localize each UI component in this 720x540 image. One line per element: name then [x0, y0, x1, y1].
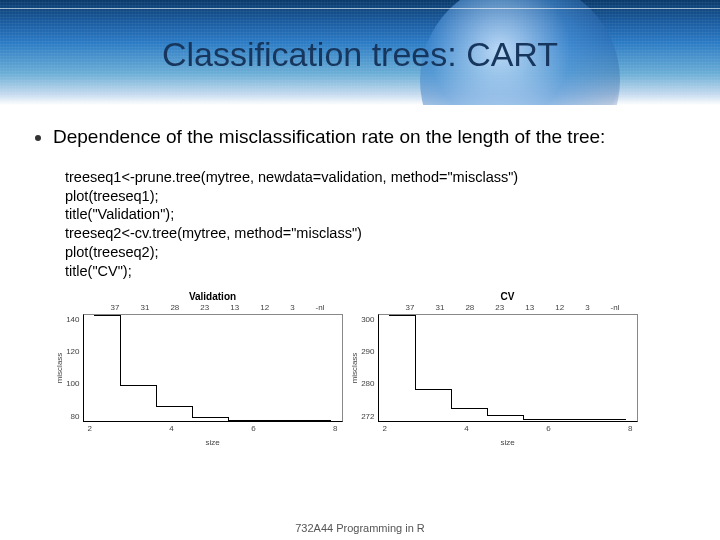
tick: 272	[355, 412, 375, 421]
tick: 3	[290, 303, 294, 312]
tick: 37	[406, 303, 415, 312]
tick: 4	[169, 424, 173, 433]
tick: 8	[628, 424, 632, 433]
tick: 28	[465, 303, 474, 312]
tick: -nl	[611, 303, 620, 312]
code-line: title("Validation");	[65, 205, 685, 224]
code-block: treeseq1<-prune.tree(mytree, newdata=val…	[65, 168, 685, 281]
tick: -nl	[316, 303, 325, 312]
tick: 31	[140, 303, 149, 312]
chart-validation: Validation 37 31 28 23 13 12 3 -nl miscl…	[83, 291, 343, 447]
tick: 6	[546, 424, 550, 433]
tick: 80	[60, 412, 80, 421]
bullet-item: Dependence of the misclassification rate…	[35, 125, 685, 150]
chart-plot-area: misclass 300 290 280 272 2 4	[378, 314, 638, 422]
code-line: treeseq2<-cv.tree(mytree, method="miscla…	[65, 224, 685, 243]
x-axis-label: size	[83, 438, 343, 447]
code-line: plot(treeseq1);	[65, 187, 685, 206]
tick: 140	[60, 315, 80, 324]
tick: 4	[464, 424, 468, 433]
footer-text: 732A44 Programming in R	[0, 522, 720, 534]
bullet-text: Dependence of the misclassification rate…	[53, 125, 605, 150]
code-line: treeseq1<-prune.tree(mytree, newdata=val…	[65, 168, 685, 187]
tick: 13	[525, 303, 534, 312]
tick: 37	[111, 303, 120, 312]
tick: 23	[495, 303, 504, 312]
bullet-dot	[35, 135, 41, 141]
slide-content: Dependence of the misclassification rate…	[35, 125, 685, 447]
x-axis-ticks: 2 4 6 8	[379, 424, 637, 433]
x-axis-ticks: 2 4 6 8	[84, 424, 342, 433]
chart-plot-area: misclass 140 120 100 80 2	[83, 314, 343, 422]
tick: 28	[170, 303, 179, 312]
tick: 31	[435, 303, 444, 312]
x-axis-label: size	[378, 438, 638, 447]
code-line: title("CV");	[65, 262, 685, 281]
tick: 12	[555, 303, 564, 312]
tick: 2	[383, 424, 387, 433]
chart-title: Validation	[83, 291, 343, 302]
chart-top-axis: 37 31 28 23 13 12 3 -nl	[378, 303, 638, 312]
tick: 100	[60, 379, 80, 388]
tick: 3	[585, 303, 589, 312]
y-axis-ticks: 140 120 100 80	[60, 315, 80, 421]
tick: 120	[60, 347, 80, 356]
y-axis-ticks: 300 290 280 272	[355, 315, 375, 421]
tick: 280	[355, 379, 375, 388]
tick: 12	[260, 303, 269, 312]
chart-cv: CV 37 31 28 23 13 12 3 -nl misclass 300 …	[378, 291, 638, 447]
charts-row: Validation 37 31 28 23 13 12 3 -nl miscl…	[35, 291, 685, 447]
slide-title: Classification trees: CART	[0, 35, 720, 74]
chart-title: CV	[378, 291, 638, 302]
tick: 23	[200, 303, 209, 312]
tick: 300	[355, 315, 375, 324]
chart-top-axis: 37 31 28 23 13 12 3 -nl	[83, 303, 343, 312]
tick: 13	[230, 303, 239, 312]
tick: 290	[355, 347, 375, 356]
code-line: plot(treeseq2);	[65, 243, 685, 262]
tick: 8	[333, 424, 337, 433]
tick: 2	[88, 424, 92, 433]
tick: 6	[251, 424, 255, 433]
